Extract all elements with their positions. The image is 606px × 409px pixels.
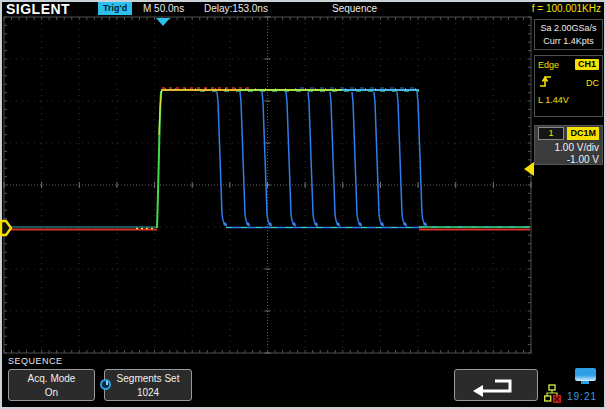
channel-coupling-badge: DC1M bbox=[567, 127, 599, 140]
trigger-level-icon bbox=[524, 162, 534, 176]
memory-depth: Curr 1.4Kpts bbox=[535, 35, 602, 48]
page-title: Sequence bbox=[332, 3, 377, 14]
segments-set-label: Segments Set bbox=[105, 372, 191, 386]
trigger-coupling: DC bbox=[586, 78, 599, 88]
acquisition-panel: Sa 2.00GSa/s Curr 1.4Kpts bbox=[534, 19, 603, 50]
rising-edge-icon bbox=[538, 74, 556, 91]
acq-mode-label: Acq. Mode bbox=[9, 372, 94, 386]
oscilloscope-screen: SIGLENT Trig'd M 50.0ns Delay:153.0ns Se… bbox=[0, 0, 606, 409]
trigger-panel: Edge CH1 DC L 1.44V bbox=[534, 55, 603, 117]
return-arrow-icon bbox=[468, 374, 524, 398]
waveform-display bbox=[0, 0, 606, 409]
trigger-status-badge: Trig'd bbox=[98, 2, 132, 15]
segments-set-value: 1024 bbox=[105, 386, 191, 400]
acq-mode-value: On bbox=[9, 386, 94, 400]
acq-mode-button[interactable]: Acq. Mode On bbox=[8, 369, 95, 401]
menu-title: SEQUENCE bbox=[8, 356, 63, 366]
frequency-counter: f = 100.001KHz bbox=[532, 3, 601, 14]
channel-number-badge: 1 bbox=[538, 127, 564, 140]
delay-readout: Delay:153.0ns bbox=[204, 3, 268, 14]
sample-rate: Sa 2.00GSa/s bbox=[535, 22, 602, 35]
channel-marker-icon bbox=[1, 221, 11, 235]
trigger-type: Edge bbox=[538, 60, 559, 70]
trigger-position-icon bbox=[156, 18, 170, 26]
trigger-level-readout: L 1.44V bbox=[538, 95, 599, 105]
segments-set-button[interactable]: Segments Set 1024 bbox=[104, 369, 192, 401]
clock-readout: 19:21 bbox=[567, 391, 597, 402]
timebase-readout: M 50.0ns bbox=[143, 3, 184, 14]
trigger-source-badge: CH1 bbox=[575, 59, 599, 70]
lan-disconnected-icon bbox=[544, 384, 562, 404]
back-button[interactable] bbox=[454, 369, 538, 401]
channel-scale: 1.00 V/div bbox=[538, 142, 599, 154]
brand-logo: SIGLENT bbox=[6, 1, 70, 17]
channel-offset: -1.00 V bbox=[538, 154, 599, 166]
channel-panel: 1 DC1M 1.00 V/div -1.00 V bbox=[534, 125, 603, 165]
knob-icon bbox=[100, 379, 111, 390]
monitor-icon bbox=[575, 368, 596, 381]
